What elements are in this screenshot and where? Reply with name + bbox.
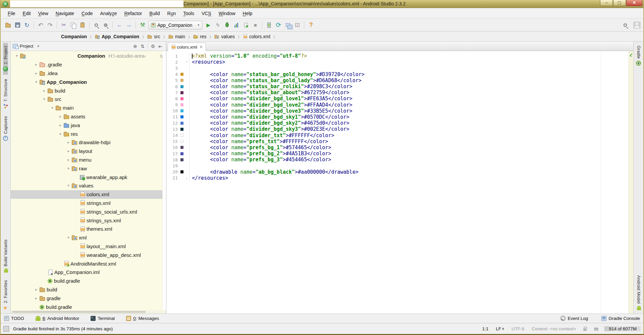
menu-item-vcs[interactable]: VCS: [198, 9, 215, 17]
toolbar-sdk-manager-button[interactable]: [293, 21, 302, 30]
menu-item-code[interactable]: Code: [78, 9, 96, 17]
code-line-18[interactable]: 18 <color name="prefs_bg_3">#454465</col…: [166, 157, 629, 163]
twisty-expanded-icon[interactable]: ▾: [13, 54, 20, 58]
highlighting-level-icon[interactable]: [594, 327, 598, 331]
twisty-expanded-icon[interactable]: ▾: [57, 132, 64, 136]
menu-item-file[interactable]: File: [4, 9, 19, 17]
toolbar-find-button[interactable]: [92, 21, 101, 30]
code-line-16[interactable]: 16 <color name="prefs_bg_1">#574465</col…: [166, 145, 629, 151]
toolbar-paste-button[interactable]: [78, 21, 87, 30]
editor-error-stripe[interactable]: ✓: [629, 51, 633, 314]
code-line-5[interactable]: 5 <color name="status_bar_gold_lady">#D6…: [166, 77, 629, 83]
toolbar-open-button[interactable]: [4, 21, 12, 30]
close-button[interactable]: ✕: [626, 0, 642, 6]
code-line-11[interactable]: 11 <color name="divider_bgd_sky1">#0570D…: [166, 114, 629, 120]
project-tree-horizontal-scrollbar[interactable]: [11, 310, 166, 314]
fold-marker-icon[interactable]: ▵: [184, 175, 190, 181]
twisty-collapsed-icon[interactable]: ▸: [33, 287, 40, 292]
minimize-button[interactable]: –: [600, 0, 613, 6]
tool-window-button-terminal[interactable]: Terminal: [91, 316, 115, 321]
tool-strip-tab-build-variants[interactable]: Build Variants: [3, 237, 8, 276]
breadcrumb-app-companion[interactable]: App_Companion: [94, 34, 140, 39]
tool-strip-tab-2-favorites[interactable]: 2: Favorites★: [3, 277, 8, 314]
toolbar-save-button[interactable]: [13, 21, 22, 30]
toolbar-cut-button[interactable]: ✂: [59, 21, 68, 30]
tool-window-button-gradle-console[interactable]: Gradle Console: [601, 316, 640, 321]
toolbar-redo-button[interactable]: ↷: [46, 21, 54, 30]
tree-item-raw[interactable]: ▾raw: [11, 164, 166, 173]
menu-item-run[interactable]: Run: [164, 9, 180, 17]
twisty-expanded-icon[interactable]: ▾: [33, 80, 40, 84]
code-line-17[interactable]: 17 <color name="prefs_bg_2">#4A51B3</col…: [166, 151, 629, 157]
code-line-19[interactable]: 19: [166, 163, 629, 169]
tree-item-strings-sys-xml[interactable]: strings_sys.xml: [11, 216, 166, 225]
breadcrumb-values[interactable]: values: [213, 34, 235, 39]
tree-item-menu[interactable]: ▸menu: [11, 156, 166, 164]
tool-strip-tab-android-model[interactable]: Android Model: [636, 273, 641, 314]
caret-position[interactable]: 1:1: [482, 326, 489, 331]
twisty-expanded-icon[interactable]: ▾: [41, 97, 48, 101]
avatar-icon[interactable]: [633, 21, 641, 29]
tree-item-gradle[interactable]: ▸.gradle: [11, 60, 166, 69]
tree-item-build-gradle[interactable]: build.gradle: [11, 277, 166, 285]
twisty-expanded-icon[interactable]: ▾: [65, 183, 72, 188]
code-line-9[interactable]: 9 <color name="divider_bgd_love2">#FFAAD…: [166, 102, 629, 108]
twisty-collapsed-icon[interactable]: ▸: [33, 296, 40, 300]
tool-window-button-0-messages[interactable]: 0: Messages: [126, 316, 159, 321]
tree-item-themes-xml[interactable]: themes.xml: [11, 225, 166, 233]
line-separator-selector[interactable]: LF: [496, 326, 504, 331]
toolbar-sync-button[interactable]: ↻: [22, 21, 31, 30]
tree-item-values[interactable]: ▾values: [11, 181, 166, 190]
tree-root-companion[interactable]: ▾CompanionH:\-astudio-area-sfa: [11, 52, 166, 60]
breadcrumb-res[interactable]: res: [192, 34, 207, 39]
tree-item-layout-main-xml[interactable]: layout__main.xml: [11, 242, 166, 251]
code-line-2[interactable]: 2▿<resources>: [166, 59, 629, 65]
twisty-collapsed-icon[interactable]: ▸: [65, 149, 72, 153]
twisty-collapsed-icon[interactable]: ▸: [41, 89, 48, 93]
tree-item-strings-social-urls-xml[interactable]: strings_social_urls.xml: [11, 207, 166, 216]
context-indicator[interactable]: Context: <no context>: [532, 326, 576, 331]
tree-item-strings-xml[interactable]: strings.xml: [11, 199, 166, 208]
run-configuration-select[interactable]: App_Companion▼: [149, 21, 202, 30]
settings-icon[interactable]: ⚙: [149, 44, 157, 49]
tool-window-button-todo[interactable]: TODO: [4, 316, 24, 321]
toolbar-undo-button[interactable]: ↶: [36, 21, 45, 30]
locate-icon[interactable]: ⊕: [131, 44, 139, 49]
tree-item-wearable-app-desc-xml[interactable]: wearable_app_desc.xml: [11, 250, 166, 259]
code-line-20[interactable]: 20 <drawable name="ab_bg_black">#aa00000…: [166, 169, 629, 175]
maximize-button[interactable]: ▢: [613, 0, 626, 6]
code-line-1[interactable]: 1<?xml version="1.0" encoding="utf-8"?>: [166, 53, 629, 59]
toolbar-run-button[interactable]: ▶: [204, 21, 213, 30]
code-line-14[interactable]: 14 <color name="divider_txt">#FFFFFF</co…: [166, 132, 629, 138]
fold-marker-icon[interactable]: ▿: [184, 59, 190, 65]
menu-item-analyze[interactable]: Analyze: [97, 9, 121, 17]
toolbar-avd-manager-button[interactable]: [265, 21, 273, 30]
tree-item-androidmanifest-xml[interactable]: AndroidManifest.xml: [11, 259, 166, 268]
toolbar-help-button[interactable]: ?: [307, 21, 315, 30]
toolbar-attach-debugger-button[interactable]: [241, 21, 250, 30]
close-tab-icon[interactable]: ✕: [200, 45, 203, 49]
menu-item-view[interactable]: View: [35, 9, 52, 17]
twisty-expanded-icon[interactable]: ▾: [65, 166, 72, 171]
code-line-7[interactable]: 7 <color name="status_bar_about">#672759…: [166, 90, 629, 96]
menu-item-build[interactable]: Build: [146, 9, 163, 17]
tree-item-main[interactable]: ▾main: [11, 104, 166, 112]
tool-window-button-event-log[interactable]: Event Log: [560, 316, 588, 321]
title-bar[interactable]: Companion] - [App_Companion] - ...\App_C…: [1, 0, 643, 8]
breadcrumb-colors-xml[interactable]: colors.xml: [242, 34, 271, 39]
menu-item-help[interactable]: Help: [239, 9, 256, 17]
tree-item-xml[interactable]: ▾xml: [11, 233, 166, 242]
code-line-4[interactable]: 4 <color name="status_bar_gold_honey">#D…: [166, 71, 629, 77]
code-line-10[interactable]: 10 <color name="divider_bgd_love3">#33B5…: [166, 108, 629, 114]
chevron-down-icon[interactable]: ▼: [37, 45, 40, 48]
twisty-collapsed-icon[interactable]: ▸: [65, 140, 72, 145]
breadcrumb-main[interactable]: main: [167, 34, 186, 39]
toolbar-coverage-button[interactable]: [232, 21, 241, 30]
code-line-12[interactable]: 12 <color name="divider_bgd_sky2">#4675d…: [166, 120, 629, 126]
tree-item-drawable-hdpi[interactable]: ▸drawable-hdpi: [11, 138, 166, 147]
menu-item-refactor[interactable]: Refactor: [120, 9, 146, 17]
tree-item-idea[interactable]: ▸.idea: [11, 69, 166, 78]
code-line-13[interactable]: 13 <color name="divider_bgd_sky3">#002E3…: [166, 126, 629, 132]
tool-strip-tab-gradle[interactable]: Gradle: [636, 43, 641, 69]
tree-item-app-companion-iml[interactable]: App_Companion.iml: [11, 268, 166, 277]
